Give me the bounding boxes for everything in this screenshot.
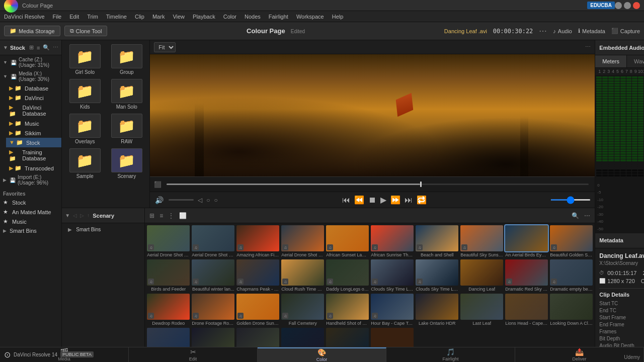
media-item-8[interactable]: An Aerial Birds Eye S...: [505, 225, 548, 257]
smart-bins-tree-item[interactable]: ▶ Smart Bins: [65, 225, 141, 234]
tree-item-davinci-db[interactable]: ▶ 📁 DaVinci Database: [6, 103, 61, 119]
tab-edit[interactable]: ✂ Edit: [129, 347, 258, 362]
prev-frame-icon[interactable]: ◁: [198, 197, 202, 204]
clone-tool-button[interactable]: ⧉ Clone Tool: [64, 26, 108, 36]
tree-item-sikkim[interactable]: ▶ 📁 Sikkim: [6, 128, 61, 138]
back-button[interactable]: ◁: [72, 212, 78, 219]
media-item-9[interactable]: ♫Beautiful Golden Su...: [550, 225, 593, 257]
media-item-12[interactable]: ♫Chapmans Peak - Ca...: [236, 259, 279, 292]
media-item-23[interactable]: ♫Fall Cemetery: [281, 294, 324, 326]
preview-scrubber-bar[interactable]: ⬛: [150, 176, 595, 192]
waveform-tab[interactable]: Waveform: [627, 55, 644, 67]
metadata-button[interactable]: ℹ Metadata: [578, 28, 605, 34]
tree-item-database[interactable]: ▶ 📁 Database: [6, 83, 61, 93]
media-item-13[interactable]: ♫Cloud Rush Time La...: [281, 259, 324, 292]
more-icon[interactable]: ⋯: [53, 44, 58, 51]
tab-fairlight[interactable]: 🎵 Fairlight: [386, 347, 515, 362]
maximize-button[interactable]: [624, 2, 631, 9]
media-item-19[interactable]: ♫Dramatic empty bea...: [550, 259, 593, 292]
menu-item-color[interactable]: Color: [223, 14, 236, 20]
menu-item-fairlight[interactable]: Fairlight: [269, 14, 288, 20]
bin-sample[interactable]: 📁 Sample: [66, 148, 104, 179]
media-item-5[interactable]: ♫African Sunrise Thro...: [371, 225, 414, 257]
capture-button[interactable]: ⬛ Capture: [611, 28, 640, 34]
loop-button[interactable]: 🔁: [417, 195, 427, 205]
media-storage-button[interactable]: 📁 Media Storage: [4, 26, 60, 36]
metadata-view-button[interactable]: ⋮: [167, 211, 176, 220]
tree-item-training-db[interactable]: ▶ 📁 Training Database: [6, 147, 61, 163]
menu-item-timeline[interactable]: Timeline: [106, 14, 127, 20]
media-item-24[interactable]: ♫Handheld Shot of an...: [326, 294, 369, 326]
grid-view-button[interactable]: ⊞: [148, 211, 156, 220]
expand-view-button[interactable]: ⬜: [178, 211, 188, 220]
media-item-15[interactable]: ♫Clouds Sky Time Lap...: [371, 259, 414, 292]
stop-button[interactable]: ⏹: [368, 196, 376, 205]
bin-raw[interactable]: 📁 RAW: [108, 114, 145, 144]
favorite-animated-matte[interactable]: ★ An Mated Matte: [0, 207, 61, 217]
media-item-22[interactable]: ♫Golden Drone Sunse...: [236, 294, 279, 326]
next-frame-button[interactable]: ⏩: [390, 195, 400, 205]
media-item-29[interactable]: Looking Down A Cli...: [550, 294, 593, 326]
tree-item-music[interactable]: ▶ 📁 Music: [6, 119, 61, 128]
favorite-stock[interactable]: ★ Stock: [0, 198, 61, 207]
tree-item-import[interactable]: ▶ 💾 Import (E:) (Usage: 96%): [0, 173, 61, 187]
tree-item-transcoded[interactable]: ▶ 📁 Transcoded: [6, 163, 61, 173]
media-item-27[interactable]: Last Leaf: [460, 294, 503, 326]
media-item-25[interactable]: ♫Hour Bay - Cape To...: [371, 294, 414, 326]
forward-button[interactable]: ▷: [79, 212, 85, 219]
play-back-button[interactable]: ⏪: [354, 195, 364, 205]
media-item-17[interactable]: Dancing Leaf: [460, 259, 503, 292]
play-button[interactable]: ▶: [380, 195, 386, 205]
tree-item-stock[interactable]: ▼ 📁 Stock: [6, 138, 61, 147]
volume-slider[interactable]: [169, 199, 194, 201]
menu-item-file[interactable]: File: [53, 14, 62, 20]
search-icon[interactable]: 🔍: [43, 44, 50, 51]
bin-kids[interactable]: 📁 Kids: [66, 79, 104, 110]
media-item-10[interactable]: ♫Birds and Feeder: [147, 259, 190, 292]
media-item-26[interactable]: Lake Ontario HDR: [416, 294, 458, 326]
media-item-0[interactable]: ♫Aerial Drone Shot O...: [147, 225, 190, 257]
tree-item-davinci[interactable]: ▶ 📁 DaVinci: [6, 93, 61, 103]
jog-back-icon[interactable]: ○: [206, 197, 210, 204]
smart-bins-item[interactable]: ▶ Smart Bins: [0, 226, 61, 235]
menu-item-resolve[interactable]: DaVinci Resolve: [4, 14, 45, 20]
timeline-scrubber[interactable]: [167, 184, 589, 185]
tab-media[interactable]: 🎬 Media: [0, 347, 129, 362]
bin-girl-solo[interactable]: 📁 Girl Solo: [66, 44, 104, 75]
menu-item-playback[interactable]: Playback: [193, 14, 215, 20]
tree-item-media-drive[interactable]: ▼ 💾 Media (X:) (Usage: 30%): [0, 69, 61, 83]
bin-overlays[interactable]: 📁 Overlays: [66, 114, 104, 144]
menu-item-view[interactable]: View: [173, 14, 185, 20]
go-to-end-button[interactable]: ⏭: [405, 196, 413, 205]
search-media-button[interactable]: 🔍: [570, 211, 581, 220]
media-item-28[interactable]: Lions Head - Cape T...: [505, 294, 548, 326]
list-view-icon[interactable]: ≡: [37, 45, 40, 51]
bin-scenary[interactable]: 📁 Scenary: [108, 148, 145, 179]
jog-forward-icon[interactable]: ○: [214, 197, 218, 204]
close-button[interactable]: [633, 2, 640, 9]
bin-man-solo[interactable]: 📁 Man Solo: [108, 79, 145, 110]
go-to-start-button[interactable]: ⏮: [342, 196, 350, 205]
tab-color[interactable]: 🎨 Color: [258, 347, 386, 362]
view-options-icon[interactable]: ⊞: [29, 44, 34, 51]
options-icon[interactable]: ⋯: [539, 26, 547, 36]
media-item-11[interactable]: ♫Beautiful winter lan...: [192, 259, 234, 292]
media-item-18[interactable]: ♫Dramatic Red Sky Su...: [505, 259, 548, 292]
media-item-21[interactable]: ♫Drone Footage Rock...: [192, 294, 234, 326]
media-item-14[interactable]: ♫Daddy LongLegs or ...: [326, 259, 369, 292]
media-item-20[interactable]: ♫Dewdrop Rodeo: [147, 294, 190, 326]
meters-tab[interactable]: Meters: [595, 55, 627, 67]
media-item-4[interactable]: ♫African Sunset Lands...: [326, 225, 369, 257]
fit-select[interactable]: Fit: [154, 42, 176, 52]
menu-item-trim[interactable]: Trim: [87, 14, 98, 20]
menu-item-mark[interactable]: Mark: [152, 14, 165, 20]
menu-item-nodes[interactable]: Nodes: [245, 14, 261, 20]
media-item-16[interactable]: ♫Clouds Sky Time Lap...: [416, 259, 458, 292]
up-button[interactable]: ↑: [86, 212, 91, 219]
media-item-2[interactable]: ♫Amazing African Fire...: [236, 225, 279, 257]
audio-button[interactable]: ♪ Audio: [553, 28, 572, 34]
menu-item-help[interactable]: Help: [332, 14, 344, 20]
menu-item-workspace[interactable]: Workspace: [296, 14, 324, 20]
playback-speed-slider[interactable]: [550, 199, 591, 201]
menu-item-edit[interactable]: Edit: [69, 14, 79, 20]
